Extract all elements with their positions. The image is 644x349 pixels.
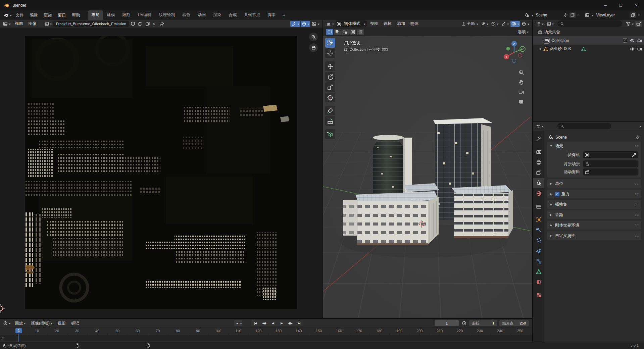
jump-to-end-button[interactable]: ▶| xyxy=(295,320,303,326)
drag-handle-icon[interactable]: ∷∷ xyxy=(635,182,639,186)
panel-header[interactable]: ▶ ✓ 重力 ∷∷ xyxy=(547,190,641,198)
menu-item[interactable]: 物体 xyxy=(408,20,421,28)
scene-new-button[interactable] xyxy=(569,12,576,18)
tab-world[interactable] xyxy=(533,188,544,199)
viewport-canvas[interactable]: 用户透视 (1) Collection | 商业楼_003 xyxy=(323,36,532,318)
scene-unlink-icon[interactable]: × xyxy=(577,13,580,17)
menu-item[interactable]: 选择 xyxy=(381,20,394,28)
hide-eye-icon[interactable] xyxy=(630,38,635,43)
tool-options-dropdown[interactable]: 选项 xyxy=(516,29,530,36)
tab-render[interactable] xyxy=(533,147,544,157)
fake-user-button[interactable] xyxy=(130,21,136,27)
view-layer-new-button[interactable] xyxy=(630,12,636,18)
render-visibility-icon[interactable] xyxy=(637,38,642,43)
properties-search-input[interactable] xyxy=(557,123,611,129)
tab-particles[interactable] xyxy=(533,235,544,246)
overlays-toggle[interactable] xyxy=(301,21,310,27)
new-image-button[interactable] xyxy=(137,21,144,27)
tool-select-box[interactable] xyxy=(325,38,335,48)
display-channels-button[interactable] xyxy=(311,21,320,27)
tool-add-cube[interactable] xyxy=(325,129,335,139)
workspace-tab[interactable]: 建模 xyxy=(103,10,119,20)
app-menu-button[interactable] xyxy=(3,12,13,18)
workspace-tab[interactable]: 渲染 xyxy=(209,10,225,20)
workspace-tab[interactable]: 雕刻 xyxy=(119,10,134,20)
zoom-icon[interactable] xyxy=(518,70,524,75)
panel-header[interactable]: ▶ 插帧集 ∷∷ xyxy=(547,200,641,209)
current-frame-field[interactable]: 1 xyxy=(435,320,459,326)
outliner-row-scene-collection[interactable]: 场景集合 xyxy=(533,28,644,36)
tab-modifiers[interactable] xyxy=(533,225,544,235)
drag-handle-icon[interactable]: ∷∷ xyxy=(635,223,639,227)
view-layer-selector[interactable]: ViewLayer × xyxy=(584,12,641,18)
tab-material[interactable] xyxy=(533,277,544,287)
panel-header[interactable]: ▶ 刚体世界环境 ∷∷ xyxy=(547,221,641,230)
tool-cursor[interactable] xyxy=(325,48,335,58)
workspace-tab[interactable]: 脚本 xyxy=(264,10,279,20)
panel-scene-header[interactable]: ▼ 场景 ∷∷ xyxy=(547,142,641,150)
view-layer-remove-icon[interactable]: × xyxy=(638,13,640,17)
tab-constraints[interactable] xyxy=(533,256,544,266)
current-frame-badge[interactable]: 1 xyxy=(15,328,22,333)
editor-type-button[interactable] xyxy=(325,21,335,27)
camera-field[interactable] xyxy=(583,151,638,158)
outliner-search-input[interactable] xyxy=(557,20,622,27)
menu-item[interactable]: 回放 xyxy=(12,319,29,327)
tool-measure[interactable] xyxy=(325,116,335,126)
tool-rotate[interactable] xyxy=(325,72,335,82)
tool-annotate[interactable] xyxy=(325,106,335,115)
workspace-tab[interactable]: 着色 xyxy=(179,10,194,20)
overlays-toggle[interactable] xyxy=(510,21,520,27)
menu-item[interactable]: 视图 xyxy=(12,20,26,28)
workspace-tab[interactable]: 几何节点 xyxy=(240,10,264,20)
hide-eye-icon[interactable] xyxy=(630,47,635,51)
workspace-tab[interactable]: + xyxy=(279,11,289,20)
display-mode-button[interactable] xyxy=(545,21,555,27)
drag-handle-icon[interactable]: ∷∷ xyxy=(635,192,639,196)
menu-item[interactable]: 添加 xyxy=(394,20,408,28)
proportional-editing-toggle[interactable] xyxy=(490,21,500,27)
expand-arrow-icon[interactable]: ▶ xyxy=(540,47,542,50)
panel-header[interactable]: ▶ 单位 ∷∷ xyxy=(547,179,641,188)
mode-selector[interactable]: 物体模式 xyxy=(336,20,367,27)
gizmo-toggle[interactable] xyxy=(290,21,300,27)
jump-to-start-button[interactable]: |◀ xyxy=(251,320,260,326)
unlink-image-button[interactable]: × xyxy=(152,21,156,27)
background-scene-field[interactable] xyxy=(583,160,638,167)
workspace-tab[interactable]: 动画 xyxy=(194,10,209,20)
filter-button[interactable] xyxy=(625,21,635,27)
outliner-row-collection[interactable]: Collection ✓ xyxy=(533,36,644,45)
pin-icon[interactable] xyxy=(635,135,640,140)
browse-image-button[interactable] xyxy=(43,21,53,27)
play-button[interactable]: ▶ xyxy=(277,320,286,326)
pan-hand-icon[interactable] xyxy=(518,80,524,85)
editor-type-button[interactable] xyxy=(2,320,12,326)
snap-toggle[interactable] xyxy=(480,21,489,27)
image-editor-canvas[interactable] xyxy=(0,28,323,318)
tab-texture[interactable] xyxy=(533,290,544,300)
tool-move[interactable] xyxy=(325,61,335,71)
workspace-tab[interactable]: 合成 xyxy=(225,10,240,20)
gizmos-toggle[interactable] xyxy=(500,21,510,27)
pin-icon[interactable] xyxy=(159,21,165,27)
clock-icon[interactable] xyxy=(462,321,466,326)
render-visibility-icon[interactable] xyxy=(637,47,642,51)
frame-start-field[interactable]: 起始 1 xyxy=(469,320,497,326)
maximize-button[interactable]: □ xyxy=(613,0,629,10)
outliner-row-object[interactable]: ▶ 商业楼_003 xyxy=(533,45,644,53)
tab-physics[interactable] xyxy=(533,246,544,256)
select-mode-extend[interactable] xyxy=(334,29,341,35)
close-button[interactable]: × xyxy=(629,0,644,10)
pan-hand-button[interactable] xyxy=(309,43,318,52)
tab-object[interactable] xyxy=(533,214,544,225)
camera-view-icon[interactable] xyxy=(518,89,524,95)
exp and-channels-icon[interactable]: » xyxy=(2,336,4,340)
tab-output[interactable] xyxy=(533,157,544,167)
select-mode-new[interactable] xyxy=(326,29,333,35)
tab-tool[interactable] xyxy=(533,134,544,144)
menu-item[interactable]: 图像 xyxy=(26,20,39,28)
play-reverse-button[interactable]: ◀ xyxy=(268,320,277,326)
menu-item[interactable]: 视图 xyxy=(55,319,68,327)
menu-item[interactable]: 视图 xyxy=(367,20,381,28)
jump-to-next-keyframe-button[interactable]: ◆▶ xyxy=(286,320,295,326)
